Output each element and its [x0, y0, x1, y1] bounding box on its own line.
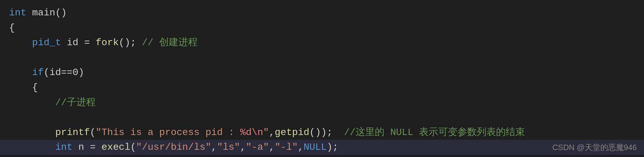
code-line-line3: pid_t id = fork(); // 创建进程: [9, 35, 635, 50]
code-line-line2: {: [9, 20, 635, 36]
code-line-line7: //子进程: [9, 95, 635, 110]
code-line-line11: printf("This is the end of process,n = %…: [9, 155, 635, 157]
code-line-line8: [9, 110, 635, 125]
code-line-line1: int main(): [9, 5, 635, 20]
code-block: int main(){ pid_t id = fork(); // 创建进程 i…: [0, 0, 644, 157]
code-line-line9: printf("This is a process pid : %d\n",ge…: [9, 125, 635, 140]
code-line-line10: int n = execl("/usr/bin/ls","ls","-a","-…: [0, 140, 644, 155]
csdn-watermark: CSDN @天堂的恶魔946: [552, 141, 637, 153]
code-line-line5: if(id==0): [9, 65, 635, 80]
code-line-line6: {: [9, 80, 635, 95]
code-line-line4: [9, 50, 635, 65]
